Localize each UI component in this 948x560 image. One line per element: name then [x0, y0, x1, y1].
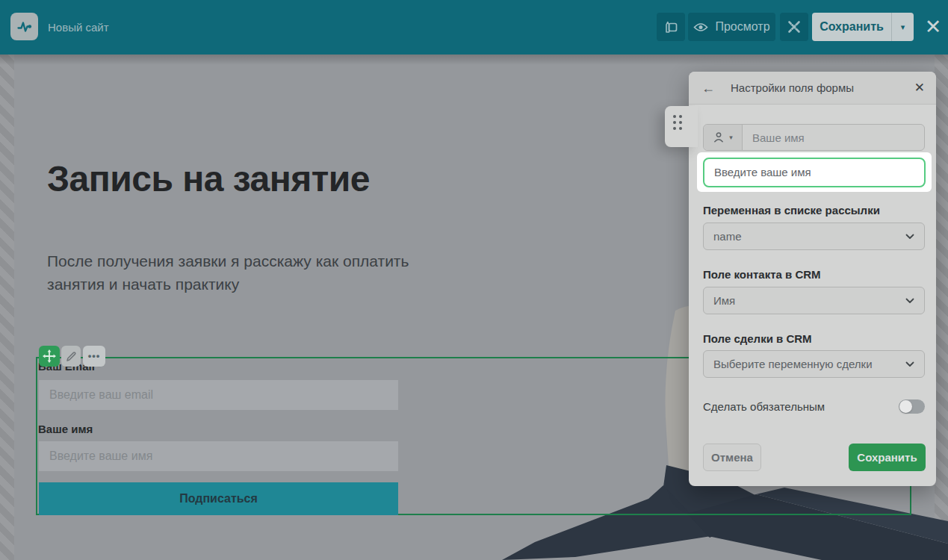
chevron-down-icon [905, 298, 914, 304]
save-button[interactable]: Сохранить [812, 13, 891, 41]
drag-dots-icon [669, 112, 689, 137]
field-label-input[interactable] [743, 125, 924, 150]
page-subtitle: После получения заявки я расскажу как оп… [47, 249, 454, 296]
required-toggle-label: Сделать обязательным [703, 400, 825, 413]
mailing-variable-value: name [713, 230, 742, 243]
toggle-knob [899, 400, 912, 413]
crm-contact-field-value: Имя [713, 294, 735, 307]
move-icon [43, 349, 56, 363]
crossed-pencils-icon [786, 19, 802, 35]
preview-label: Просмотр [715, 20, 769, 34]
form-field-settings-panel: ← Настройки поля формы ✕ ▾ Переменная в … [689, 72, 936, 486]
subscribe-button[interactable]: Подписаться [39, 482, 398, 515]
panel-close-icon[interactable]: ✕ [914, 81, 925, 94]
cancel-button[interactable]: Отмена [703, 444, 761, 471]
field-placeholder-input[interactable] [703, 158, 926, 187]
crm-deal-field-select[interactable]: Выберите переменную сделки [703, 350, 925, 378]
caret-down-icon: ▾ [901, 22, 905, 32]
crm-contact-field-select[interactable]: Имя [703, 287, 925, 314]
eye-icon [693, 22, 708, 32]
site-name: Новый сайт [48, 0, 109, 55]
onboarding-highlight [697, 152, 932, 192]
chevron-down-icon [905, 234, 914, 240]
caret-down-icon: ▾ [729, 134, 733, 141]
design-templates-button[interactable] [657, 13, 685, 41]
panel-drag-handle[interactable] [665, 106, 698, 147]
chevron-down-icon [905, 361, 914, 367]
mailing-variable-select[interactable]: name [703, 223, 925, 250]
save-split-button: Сохранить ▾ [812, 13, 914, 41]
crm-deal-field-value: Выберите переменную сделки [713, 358, 873, 370]
preview-button[interactable]: Просмотр [688, 13, 775, 41]
email-input[interactable] [39, 380, 398, 410]
person-icon [713, 131, 725, 143]
app-logo[interactable] [10, 13, 38, 40]
back-arrow-icon[interactable]: ← [701, 81, 715, 95]
field-label-row: ▾ [703, 124, 925, 151]
editor-topbar: Новый сайт Просмотр [0, 0, 948, 55]
name-field-label: Ваше имя [38, 423, 93, 435]
name-input[interactable] [39, 441, 398, 471]
edit-block-button[interactable] [61, 346, 81, 367]
canvas-left-margin [0, 55, 14, 560]
close-icon: ✕ [925, 15, 942, 39]
pen-board-icon [663, 19, 679, 35]
design-tools-button[interactable] [780, 13, 808, 41]
required-toggle-row: Сделать обязательным [703, 399, 925, 414]
panel-title: Настройки поля формы [731, 81, 854, 94]
save-dropdown-button[interactable]: ▾ [891, 13, 914, 41]
move-block-button[interactable] [39, 346, 60, 367]
mailing-variable-label: Переменная в списке рассылки [703, 204, 880, 217]
ellipsis-icon: ••• [88, 352, 101, 360]
page-title: Запись на занятие [47, 158, 370, 199]
close-editor-button[interactable]: ✕ [919, 10, 947, 43]
pencil-icon [66, 351, 77, 362]
panel-save-button[interactable]: Сохранить [849, 444, 926, 471]
crm-contact-field-label: Поле контакта в CRM [703, 268, 821, 281]
site-builder-window: Запись на занятие После получения заявки… [0, 0, 948, 560]
crm-deal-field-label: Поле сделки в CRM [703, 332, 812, 345]
field-type-dropdown[interactable]: ▾ [704, 125, 743, 150]
more-options-button[interactable]: ••• [83, 346, 105, 367]
required-toggle[interactable] [899, 399, 925, 414]
panel-header: ← Настройки поля формы ✕ [689, 72, 936, 105]
pulse-logo-icon [16, 18, 33, 35]
